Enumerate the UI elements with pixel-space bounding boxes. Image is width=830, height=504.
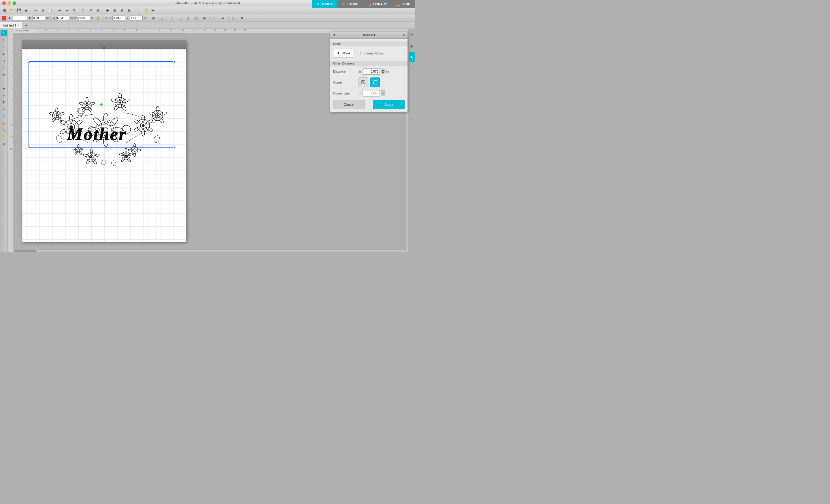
- corner-limit-input[interactable]: [362, 90, 380, 97]
- pencil-tool-button[interactable]: ✏: [1, 44, 7, 50]
- print-button[interactable]: 🖨: [23, 7, 30, 13]
- lock-proportions-button[interactable]: 🔒: [95, 15, 101, 21]
- stroke-style-selector[interactable]: [13, 16, 27, 21]
- zoom-out-button[interactable]: ⊖: [111, 7, 118, 13]
- add-button[interactable]: ✚: [150, 7, 157, 13]
- round-corner-button[interactable]: [370, 77, 380, 87]
- coordinate-display: 12.577, -0.684: [13, 29, 36, 33]
- document-paper[interactable]: Mother: [22, 49, 186, 242]
- internal-offset-tab-button[interactable]: ✧ Internal Offset: [355, 49, 387, 58]
- copy-button[interactable]: ⎘: [39, 7, 46, 13]
- corner-limit-step-up[interactable]: ▲: [381, 91, 385, 93]
- height-input[interactable]: [77, 15, 90, 21]
- offset-panel-header[interactable]: ▼ OFFSET ✕: [330, 32, 408, 39]
- undo-button[interactable]: ↩: [56, 7, 63, 13]
- text-tool-button[interactable]: T: [1, 99, 7, 105]
- miter-corner-button[interactable]: [358, 77, 368, 87]
- polygon-tool-button[interactable]: ⬡: [1, 92, 7, 99]
- distance-slider-icon[interactable]: [358, 70, 361, 73]
- distance-input[interactable]: [362, 68, 380, 75]
- new-button[interactable]: ⊡: [1, 7, 8, 13]
- paste-button[interactable]: 📋: [47, 7, 54, 13]
- svg-point-32: [56, 108, 58, 113]
- svg-point-44: [149, 111, 155, 116]
- ruler-tick: 4: [113, 29, 114, 31]
- tab-library[interactable]: 📚 LIBRARY: [363, 0, 391, 8]
- rs-star-button[interactable]: ★: [409, 52, 415, 62]
- minimize-button[interactable]: [7, 1, 11, 5]
- document-tab[interactable]: Untitled-1 ×: [0, 22, 23, 29]
- svg-point-89: [79, 102, 85, 106]
- select-all-button[interactable]: ⬚: [80, 7, 87, 13]
- apply-button[interactable]: Apply: [373, 100, 405, 109]
- close-propbar[interactable]: ✕: [238, 15, 245, 21]
- offset-tab-button[interactable]: ✦ Offset: [333, 49, 353, 58]
- eyedropper-tool-button[interactable]: 💧: [1, 113, 7, 119]
- open-button[interactable]: 📂: [8, 7, 15, 13]
- rectangle-tool-button[interactable]: ▭: [1, 71, 7, 78]
- handle-tl[interactable]: [28, 61, 30, 63]
- grid-button[interactable]: ⊞: [150, 15, 157, 21]
- offset-panel-close-button[interactable]: ✕: [402, 33, 405, 37]
- rs-panel4-button[interactable]: ⬡: [409, 63, 415, 73]
- pan-tool-button[interactable]: ✋: [1, 134, 7, 140]
- width-input[interactable]: [57, 15, 69, 21]
- fill-color-button[interactable]: [2, 16, 6, 21]
- redo-button[interactable]: ↪: [63, 7, 70, 13]
- maximize-button[interactable]: [13, 1, 16, 5]
- eraser-tool-button[interactable]: ◻: [1, 58, 7, 64]
- corner-limit-slider-icon[interactable]: [358, 92, 361, 95]
- paintbrush-tool-button[interactable]: 🖌: [1, 51, 7, 57]
- tab-close-button[interactable]: ×: [18, 24, 20, 27]
- knife-tool-button[interactable]: ⚔: [1, 106, 7, 112]
- close-button[interactable]: [2, 1, 6, 5]
- 3d-button[interactable]: ⬡: [230, 15, 237, 21]
- upload-button[interactable]: ↑: [135, 7, 142, 13]
- paint-bucket-tool-button[interactable]: 🎨: [1, 120, 7, 126]
- transform1[interactable]: ⊡: [168, 15, 175, 21]
- pan-button[interactable]: ✋: [142, 7, 149, 13]
- transform4[interactable]: ⊟: [193, 15, 200, 21]
- zoom-select-button[interactable]: ⊞: [126, 7, 133, 13]
- star-style-button[interactable]: ★: [220, 15, 226, 21]
- transform3[interactable]: ⊞: [185, 15, 192, 21]
- offset-type-tabs: ✦ Offset ✧ Internal Offset: [333, 49, 405, 58]
- zoom-in-button[interactable]: ⊕: [104, 7, 111, 13]
- align-button[interactable]: ⬚: [158, 15, 165, 21]
- new-tab-button[interactable]: +: [23, 22, 30, 29]
- stroke-width-input[interactable]: [32, 15, 45, 21]
- cut-button[interactable]: ✂: [32, 7, 39, 13]
- save-button[interactable]: 💾: [15, 7, 23, 13]
- node-tool-button[interactable]: ◇: [1, 37, 7, 43]
- rs-panel1-button[interactable]: ≡: [409, 30, 415, 40]
- group-button[interactable]: ◎: [95, 7, 101, 13]
- hscroll-thumb[interactable]: [13, 250, 37, 252]
- crop-tool-button[interactable]: ⊡: [1, 140, 7, 147]
- tab-design[interactable]: ⊞ DESIGN: [312, 0, 337, 8]
- document-canvas[interactable]: ▲: [22, 40, 186, 242]
- handle-bl[interactable]: [28, 146, 30, 148]
- distance-step-down[interactable]: ▼: [381, 71, 385, 74]
- transform5[interactable]: ⊠: [201, 15, 208, 21]
- ellipse-tool-button[interactable]: ○: [1, 78, 7, 85]
- distance-step-up[interactable]: ▲: [381, 69, 385, 71]
- transform2[interactable]: ⬚: [177, 15, 184, 21]
- zoom-fit-button[interactable]: ⊚: [119, 7, 125, 13]
- tab-store[interactable]: 🛒 STORE: [337, 0, 363, 8]
- delete-button[interactable]: ✕: [87, 7, 94, 13]
- tab-send[interactable]: 📤 SEND: [391, 0, 415, 8]
- cancel-button[interactable]: Cancel: [333, 100, 365, 109]
- sync-button[interactable]: ⟳: [71, 7, 77, 13]
- select-tool-button[interactable]: ↖: [1, 30, 7, 36]
- x-input[interactable]: [113, 15, 125, 21]
- line-tool-button[interactable]: ╱: [1, 65, 7, 71]
- y-input[interactable]: [130, 15, 143, 21]
- corner-limit-step-down[interactable]: ▼: [381, 93, 385, 96]
- horizontal-scrollbar[interactable]: [13, 250, 406, 252]
- star-tool-button[interactable]: ★: [1, 85, 7, 92]
- rs-panel2-button[interactable]: ◈: [409, 41, 415, 51]
- zoom-tool-button[interactable]: 🔍: [1, 127, 7, 133]
- artwork-container[interactable]: Mother: [31, 72, 175, 159]
- layer-button[interactable]: ▭: [212, 15, 219, 21]
- handle-tr[interactable]: [173, 61, 174, 63]
